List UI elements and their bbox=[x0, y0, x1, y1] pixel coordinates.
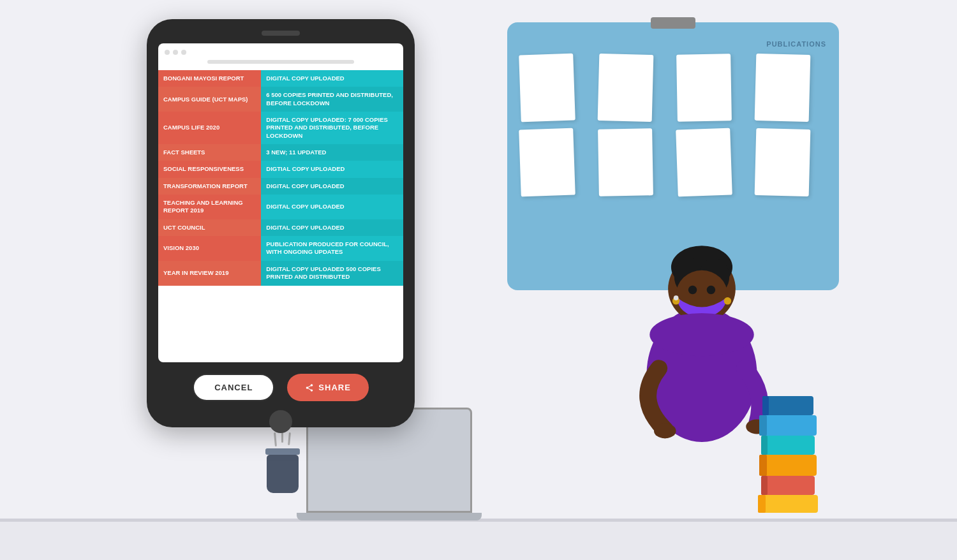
publications-table: BONGANI MAYOSI REPORTDIGITAL COPY UPLOAD… bbox=[158, 70, 403, 286]
tablet-speaker bbox=[262, 31, 300, 36]
table-row: TEACHING AND LEARNING REPORT 2019DIGITAL… bbox=[158, 195, 403, 219]
steam-line bbox=[288, 432, 291, 445]
books-svg bbox=[756, 393, 820, 520]
paper-note bbox=[676, 128, 732, 197]
svg-point-9 bbox=[724, 297, 732, 305]
papers-grid bbox=[520, 54, 826, 196]
cup-body bbox=[267, 455, 299, 493]
publication-label: YEAR IN REVIEW 2019 bbox=[158, 261, 261, 286]
steam-line bbox=[281, 432, 283, 443]
paper-note bbox=[755, 54, 811, 122]
board-clip bbox=[651, 17, 695, 29]
publication-label: VISION 2030 bbox=[158, 236, 261, 261]
paper-note bbox=[598, 128, 653, 196]
svg-rect-23 bbox=[761, 476, 815, 495]
table-row: FACT SHEETS3 NEW; 11 UPDATED bbox=[158, 144, 403, 161]
table-row: BONGANI MAYOSI REPORTDIGITAL COPY UPLOAD… bbox=[158, 70, 403, 87]
tablet-action-buttons: CANCEL SHARE bbox=[158, 374, 403, 401]
paper-note bbox=[755, 128, 811, 196]
share-label: SHARE bbox=[318, 383, 351, 392]
tablet-status-dots bbox=[158, 50, 403, 60]
coffee-cup bbox=[265, 432, 300, 493]
cancel-button[interactable]: CANCEL bbox=[193, 374, 274, 401]
table-row: TRANSFORMATION REPORTDIGITAL COPY UPLOAD… bbox=[158, 178, 403, 195]
svg-rect-15 bbox=[762, 396, 813, 415]
svg-point-11 bbox=[654, 424, 676, 438]
floor bbox=[0, 522, 957, 560]
table-row: CAMPUS LIFE 2020DIGITAL COPY UPLOADED: 7… bbox=[158, 112, 403, 144]
publication-status: DIGITAL COPY UPLOADED bbox=[261, 219, 403, 236]
books-stack bbox=[756, 393, 820, 520]
publication-status: DIGITAL COPY UPLOADED bbox=[261, 195, 403, 219]
table-row: CAMPUS GUIDE (UCT MAPS)6 500 COPIES PRIN… bbox=[158, 87, 403, 112]
publication-label: TRANSFORMATION REPORT bbox=[158, 178, 261, 195]
svg-rect-20 bbox=[761, 436, 768, 455]
paper-note bbox=[519, 54, 575, 122]
cup-lid bbox=[265, 448, 300, 455]
dot-2 bbox=[173, 50, 178, 55]
svg-point-14 bbox=[674, 295, 679, 300]
table-row: SOCIAL RESPONSIVENESSDIGTIAL COPY UPLOAD… bbox=[158, 161, 403, 177]
publication-status: 3 NEW; 11 UPDATED bbox=[261, 144, 403, 161]
publication-status: DIGITAL COPY UPLOADED bbox=[261, 178, 403, 195]
paper-note bbox=[519, 128, 575, 197]
svg-rect-18 bbox=[759, 415, 767, 436]
share-button[interactable]: SHARE bbox=[287, 374, 369, 401]
paper-note bbox=[676, 54, 732, 121]
share-icon bbox=[305, 383, 314, 392]
steam bbox=[265, 432, 300, 446]
svg-rect-26 bbox=[758, 495, 766, 513]
tablet-home-button[interactable] bbox=[269, 410, 292, 433]
dot-1 bbox=[165, 50, 170, 55]
publication-label: SOCIAL RESPONSIVENESS bbox=[158, 161, 261, 177]
publication-status: DIGITAL COPY UPLOADED: 7 000 COPIES PRIN… bbox=[261, 112, 403, 144]
dot-3 bbox=[181, 50, 186, 55]
svg-rect-16 bbox=[762, 396, 769, 415]
tablet-search-bar bbox=[207, 60, 354, 64]
laptop-base bbox=[297, 513, 482, 520]
svg-rect-22 bbox=[759, 455, 767, 476]
svg-rect-17 bbox=[759, 415, 817, 436]
publication-status: DIGITAL COPY UPLOADED 500 COPIES PRINTED… bbox=[261, 261, 403, 286]
publication-label: CAMPUS GUIDE (UCT MAPS) bbox=[158, 87, 261, 112]
publication-label: TEACHING AND LEARNING REPORT 2019 bbox=[158, 195, 261, 219]
tablet-device: BONGANI MAYOSI REPORTDIGITAL COPY UPLOAD… bbox=[147, 19, 415, 427]
publication-status: PUBLICATION PRODUCED FOR COUNCIL, WITH O… bbox=[261, 236, 403, 261]
svg-rect-25 bbox=[758, 495, 818, 513]
svg-point-6 bbox=[688, 286, 697, 294]
svg-rect-19 bbox=[761, 436, 815, 455]
paper-note bbox=[598, 54, 654, 122]
svg-point-13 bbox=[649, 313, 753, 356]
publication-status: DIGITAL COPY UPLOADED bbox=[261, 70, 403, 87]
publication-label: CAMPUS LIFE 2020 bbox=[158, 112, 261, 144]
board-title: PUBLICATIONS bbox=[520, 40, 826, 48]
publication-status: 6 500 COPIES PRINTED AND DISTRIBUTED, BE… bbox=[261, 87, 403, 112]
table-row: VISION 2030PUBLICATION PRODUCED FOR COUN… bbox=[158, 236, 403, 261]
publication-label: UCT COUNCIL bbox=[158, 219, 261, 236]
svg-rect-21 bbox=[759, 455, 817, 476]
table-row: YEAR IN REVIEW 2019DIGITAL COPY UPLOADED… bbox=[158, 261, 403, 286]
steam-line bbox=[274, 432, 277, 446]
svg-rect-24 bbox=[761, 476, 768, 495]
publication-label: FACT SHEETS bbox=[158, 144, 261, 161]
publication-label: BONGANI MAYOSI REPORT bbox=[158, 70, 261, 87]
tablet-screen: BONGANI MAYOSI REPORTDIGITAL COPY UPLOAD… bbox=[158, 43, 403, 362]
svg-point-7 bbox=[707, 286, 715, 294]
table-row: UCT COUNCILDIGITAL COPY UPLOADED bbox=[158, 219, 403, 236]
publication-status: DIGTIAL COPY UPLOADED bbox=[261, 161, 403, 177]
